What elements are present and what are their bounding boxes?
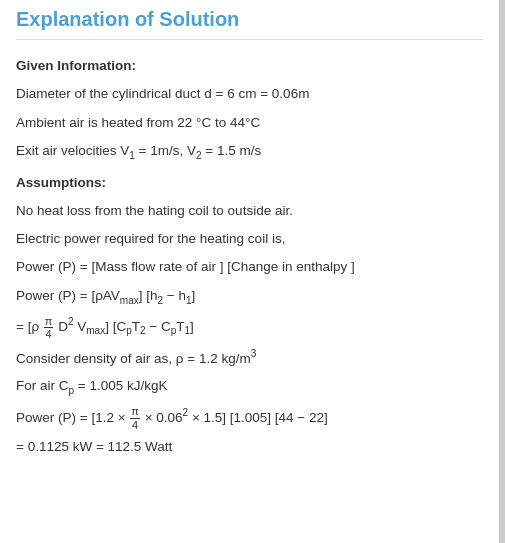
density-info: Consider density of air as, ρ = 1.2 kg/m… [16,345,483,371]
assumption-no-heat-loss: No heat loss from the hating coil to out… [16,199,483,223]
page-title: Explanation of Solution [16,8,483,40]
given-diameter: Diameter of the cylindrical duct d = 6 c… [16,82,483,106]
given-velocity: Exit air velocities V1 = 1m/s, V2 = 1.5 … [16,139,483,165]
power-result: = 0.1125 kW = 112.5 Watt [16,435,483,459]
power-calculation: Power (P) = [1.2 × π 4 × 0.062 × 1.5] [1… [16,404,483,431]
power-formula-1: Power (P) = [Mass flow rate of air ] [Ch… [16,255,483,279]
given-info-heading: Given Information: [16,54,483,78]
content-block: Given Information: Diameter of the cylin… [16,54,483,459]
fraction-pi-4: π 4 [44,315,54,340]
electric-power-intro: Electric power required for the heating … [16,227,483,251]
page-container: Explanation of Solution Given Informatio… [0,0,505,543]
cp-info: For air Cp = 1.005 kJ/kgK [16,374,483,400]
fraction-pi-4-calc: π 4 [130,405,140,430]
assumptions-heading: Assumptions: [16,171,483,195]
power-formula-2: Power (P) = [ρAVmax] [h2 − h1] [16,284,483,310]
power-formula-3: = [ρ π 4 D2 Vmax] [CpT2 − CpT1] [16,313,483,340]
given-temp: Ambient air is heated from 22 °C to 44°C [16,111,483,135]
